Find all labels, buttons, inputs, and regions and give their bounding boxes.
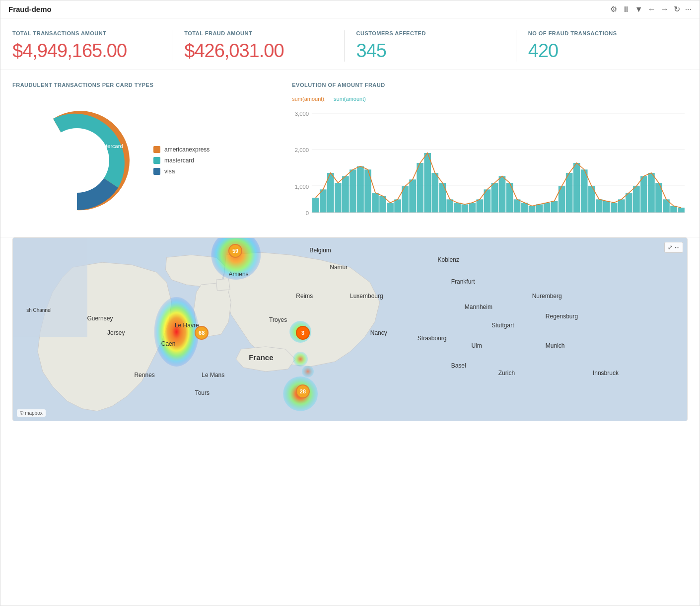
svg-rect-44 <box>551 201 558 213</box>
svg-text:2,000: 2,000 <box>295 148 309 153</box>
svg-rect-27 <box>424 153 431 213</box>
svg-rect-33 <box>469 203 476 213</box>
svg-rect-22 <box>387 203 394 213</box>
svg-text:3,000: 3,000 <box>295 111 309 117</box>
donut-chart-section: FRAUDULENT TRANSACTIONS per CARD TYPES <box>12 82 276 225</box>
bar-legend-orange: sum(amount), <box>292 96 326 102</box>
back-icon[interactable]: ← <box>648 5 656 14</box>
mapbox-attribution: © mapbox <box>17 409 46 417</box>
svg-rect-28 <box>432 173 439 213</box>
svg-rect-57 <box>648 173 655 213</box>
svg-rect-32 <box>462 204 469 213</box>
cluster-badge-59: 59 <box>228 244 242 258</box>
svg-rect-34 <box>477 199 484 213</box>
donut-container: americanexpress mastercard visa american… <box>12 96 276 225</box>
metric-fraud-transactions-label: No OF FRAUD TRANSACTIONS <box>528 30 676 36</box>
svg-rect-42 <box>536 204 543 213</box>
svg-rect-50 <box>596 199 603 213</box>
legend-label-visa: visa <box>164 168 175 175</box>
map-expand-button[interactable]: ⤢ ··· <box>664 242 683 253</box>
donut-chart-title: FRAUDULENT TRANSACTIONS per CARD TYPES <box>12 82 276 88</box>
bar-legend-teal: sum(amount) <box>334 96 366 102</box>
svg-rect-43 <box>544 203 551 213</box>
svg-point-70 <box>302 366 314 378</box>
svg-text:0: 0 <box>306 211 309 216</box>
svg-rect-37 <box>499 176 506 213</box>
filter-icon[interactable]: ▼ <box>635 5 643 14</box>
more-map-icon: ··· <box>675 244 680 251</box>
settings-icon[interactable]: ⚙ <box>610 4 617 14</box>
svg-rect-52 <box>611 203 618 213</box>
titlebar: Fraud-demo ⚙ ⏸ ▼ ← → ↻ ··· <box>0 0 700 18</box>
refresh-icon[interactable]: ↻ <box>674 4 680 14</box>
map-svg <box>13 238 687 421</box>
svg-rect-16 <box>342 176 349 213</box>
metric-total-fraud: TOTAL FRAUD AMOUNT $426,031.00 <box>184 30 344 62</box>
metric-customers-affected-value: 345 <box>356 40 504 62</box>
svg-rect-54 <box>626 193 632 213</box>
svg-text:visa: visa <box>52 136 62 142</box>
svg-rect-39 <box>514 199 521 213</box>
map-section: Belgium Namur Luxembourg Koblenz Frankfu… <box>12 237 688 421</box>
svg-point-68 <box>293 352 308 367</box>
svg-rect-20 <box>372 193 379 213</box>
svg-rect-61 <box>678 208 685 213</box>
bar-chart-section: EVOLUTION OF AMOUNT FRAUD sum(amount), s… <box>292 82 688 225</box>
svg-rect-60 <box>670 206 677 213</box>
svg-rect-55 <box>633 186 640 213</box>
legend-color-visa <box>153 168 160 175</box>
metric-total-transactions-value: $4,949,165.00 <box>12 40 160 62</box>
map-container: Belgium Namur Luxembourg Koblenz Frankfu… <box>13 238 687 421</box>
svg-text:mastercard: mastercard <box>95 143 123 149</box>
bar-chart-legend: sum(amount), sum(amount) <box>292 96 688 102</box>
titlebar-controls: ⚙ ⏸ ▼ ← → ↻ ··· <box>610 4 692 14</box>
svg-rect-53 <box>618 199 625 213</box>
svg-rect-18 <box>357 166 364 213</box>
svg-rect-12 <box>312 198 319 213</box>
svg-rect-41 <box>529 206 536 213</box>
svg-rect-40 <box>521 203 528 213</box>
svg-rect-56 <box>640 176 647 213</box>
svg-rect-47 <box>573 163 580 213</box>
svg-rect-51 <box>603 201 610 213</box>
metric-total-fraud-label: TOTAL FRAUD AMOUNT <box>184 30 332 36</box>
legend-item-visa: visa <box>153 168 210 175</box>
charts-row: FRAUDULENT TRANSACTIONS per CARD TYPES <box>0 70 700 237</box>
bar-chart-area: 3,000 2,000 1,000 0 <box>292 106 688 225</box>
metric-total-fraud-value: $426,031.00 <box>184 40 332 62</box>
svg-rect-13 <box>320 189 327 213</box>
legend-color-amex <box>153 146 160 153</box>
metric-customers-affected: CUSTOMERS AFFECTED 345 <box>356 30 516 62</box>
svg-rect-23 <box>394 199 401 213</box>
svg-rect-15 <box>335 183 342 213</box>
svg-rect-48 <box>581 169 588 213</box>
metric-total-transactions: TOTAL TRANSACTIONS AMOUNT $4,949,165.00 <box>12 30 172 62</box>
svg-rect-46 <box>566 173 573 213</box>
metric-fraud-transactions: No OF FRAUD TRANSACTIONS 420 <box>528 30 688 62</box>
legend-item-mc: mastercard <box>153 157 210 164</box>
svg-text:americanexpress: americanexpress <box>34 190 75 196</box>
cluster-badge-28: 28 <box>296 384 310 398</box>
metric-fraud-transactions-value: 420 <box>528 40 676 62</box>
more-icon[interactable]: ··· <box>685 5 692 14</box>
metrics-row: TOTAL TRANSACTIONS AMOUNT $4,949,165.00 … <box>0 18 700 70</box>
metric-customers-affected-label: CUSTOMERS AFFECTED <box>356 30 504 36</box>
app-title: Fraud-demo <box>8 5 52 13</box>
legend-label-mc: mastercard <box>164 157 194 164</box>
bar-chart-title: EVOLUTION OF AMOUNT FRAUD <box>292 82 688 88</box>
svg-rect-36 <box>491 183 498 213</box>
svg-rect-26 <box>417 163 424 213</box>
svg-point-66 <box>154 297 199 367</box>
forward-icon[interactable]: → <box>661 5 669 14</box>
legend-color-mc <box>153 157 160 164</box>
svg-text:1,000: 1,000 <box>295 184 309 190</box>
legend-label-amex: americanexpress <box>164 146 210 153</box>
donut-legend: americanexpress mastercard visa <box>153 146 210 175</box>
bar-chart-svg: 3,000 2,000 1,000 0 <box>292 106 688 225</box>
svg-rect-17 <box>350 169 356 213</box>
metric-total-transactions-label: TOTAL TRANSACTIONS AMOUNT <box>12 30 160 36</box>
svg-rect-31 <box>454 203 461 213</box>
donut-chart-svg: americanexpress mastercard visa <box>12 96 141 225</box>
legend-item-amex: americanexpress <box>153 146 210 153</box>
pause-icon[interactable]: ⏸ <box>622 5 630 14</box>
